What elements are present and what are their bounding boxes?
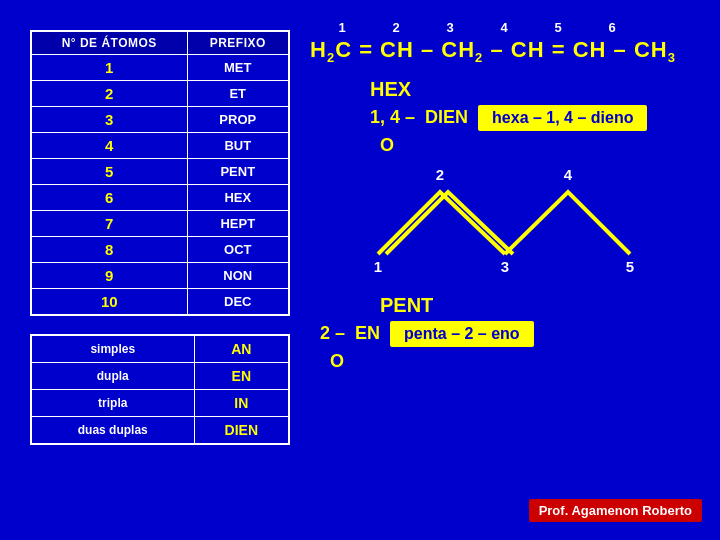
formula-number: 1 (315, 20, 369, 35)
pent-prefix-label: 2 – (320, 323, 345, 344)
prefix-cell: MET (187, 55, 289, 81)
hex-prefix-label: 1, 4 – (370, 107, 415, 128)
atom-number-cell: 1 (31, 55, 187, 81)
bond-type-cell: dupla (31, 363, 194, 390)
pent-suffix-label: EN (355, 323, 380, 344)
table-row: 3PROP (31, 107, 289, 133)
formula-number: 6 (585, 20, 639, 35)
prefix-cell: HEPT (187, 211, 289, 237)
table-row: 9NON (31, 263, 289, 289)
bond-table: simplesANduplaENtriplaINduas duplasDIEN (30, 334, 290, 445)
svg-text:5: 5 (626, 258, 634, 274)
prefix-cell: ET (187, 81, 289, 107)
prefix-cell: DEC (187, 289, 289, 316)
table-row: 10DEC (31, 289, 289, 316)
hex-block: HEX 1, 4 – DIEN hexa – 1, 4 – dieno O (370, 78, 710, 156)
atoms-table: N° DE ÁTOMOS PREFIXO 1MET2ET3PROP4BUT5PE… (30, 30, 290, 316)
prefix-header: PREFIXO (187, 31, 289, 55)
pent-badge: penta – 2 – eno (390, 321, 534, 347)
atom-number-cell: 3 (31, 107, 187, 133)
prefix-cell: OCT (187, 237, 289, 263)
prefix-cell: PENT (187, 159, 289, 185)
table-row: triplaIN (31, 390, 289, 417)
hex-badge: hexa – 1, 4 – dieno (478, 105, 647, 131)
atom-number-cell: 5 (31, 159, 187, 185)
atom-number-cell: 7 (31, 211, 187, 237)
bond-suffix-cell: EN (194, 363, 289, 390)
atom-number-cell: 8 (31, 237, 187, 263)
svg-text:4: 4 (564, 166, 573, 183)
hex-title: HEX (370, 78, 710, 101)
atom-number-cell: 9 (31, 263, 187, 289)
table-row: 6HEX (31, 185, 289, 211)
table-row: 4BUT (31, 133, 289, 159)
bond-suffix-cell: AN (194, 335, 289, 363)
bond-suffix-cell: DIEN (194, 417, 289, 445)
prefix-cell: HEX (187, 185, 289, 211)
atom-number-cell: 6 (31, 185, 187, 211)
svg-text:2: 2 (436, 166, 444, 183)
prof-badge: Prof. Agamenon Roberto (529, 499, 702, 522)
bond-type-cell: tripla (31, 390, 194, 417)
table-row: simplesAN (31, 335, 289, 363)
bond-suffix-cell: IN (194, 390, 289, 417)
left-section: N° DE ÁTOMOS PREFIXO 1MET2ET3PROP4BUT5PE… (30, 30, 290, 445)
diagram-area: 2 4 1 3 5 (320, 164, 700, 284)
atoms-header: N° DE ÁTOMOS (31, 31, 187, 55)
table-row: 2ET (31, 81, 289, 107)
pent-block: PENT 2 – EN penta – 2 – eno O (320, 294, 710, 372)
formula-number: 5 (531, 20, 585, 35)
pent-title: PENT (380, 294, 710, 317)
svg-text:1: 1 (374, 258, 382, 274)
svg-text:3: 3 (501, 258, 509, 274)
prefix-cell: BUT (187, 133, 289, 159)
atom-number-cell: 2 (31, 81, 187, 107)
formula-numbers: 123456 (315, 20, 710, 35)
hex-o-label: O (380, 135, 710, 156)
prefix-cell: PROP (187, 107, 289, 133)
bond-type-cell: simples (31, 335, 194, 363)
formula-number: 4 (477, 20, 531, 35)
hex-suffix-label: DIEN (425, 107, 468, 128)
table-row: duas duplasDIEN (31, 417, 289, 445)
structure-diagram: 2 4 1 3 5 (320, 164, 700, 274)
pent-row: 2 – EN penta – 2 – eno (320, 321, 710, 347)
prefix-cell: NON (187, 263, 289, 289)
table-row: duplaEN (31, 363, 289, 390)
atom-number-cell: 10 (31, 289, 187, 316)
formula-number: 2 (369, 20, 423, 35)
atom-number-cell: 4 (31, 133, 187, 159)
formula-line: H2C = CH – CH2 – CH = CH – CH3 (310, 37, 710, 66)
hex-row: 1, 4 – DIEN hexa – 1, 4 – dieno (370, 105, 710, 131)
bond-type-cell: duas duplas (31, 417, 194, 445)
right-section: 123456 H2C = CH – CH2 – CH = CH – CH3 HE… (310, 20, 710, 372)
pent-o-label: O (330, 351, 710, 372)
table-row: 1MET (31, 55, 289, 81)
table-row: 5PENT (31, 159, 289, 185)
formula-number: 3 (423, 20, 477, 35)
table-row: 8OCT (31, 237, 289, 263)
table-row: 7HEPT (31, 211, 289, 237)
